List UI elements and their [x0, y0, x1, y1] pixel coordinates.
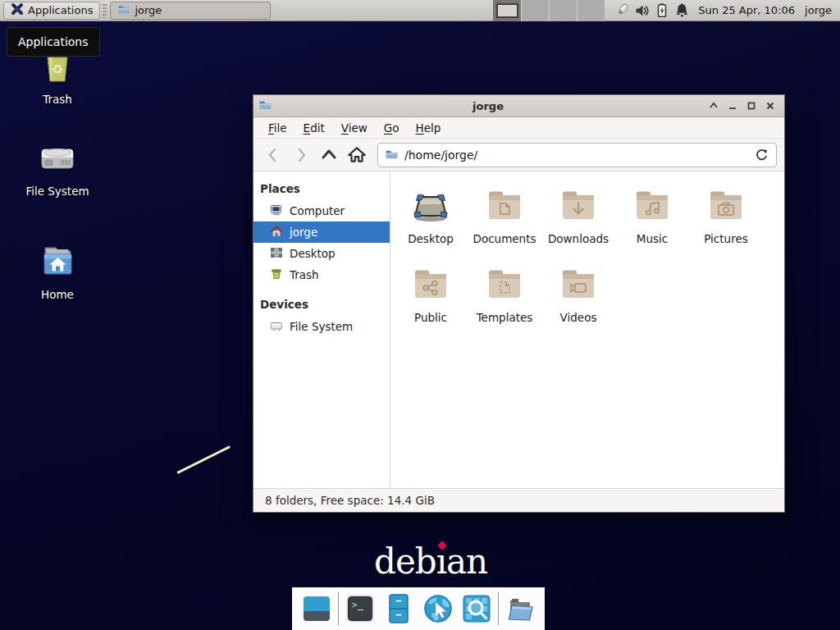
- taskbar-window-label: jorge: [135, 4, 162, 16]
- sidebar-item-jorge[interactable]: jorge: [253, 221, 390, 243]
- drive-mini-icon: [270, 319, 283, 335]
- folder-label: Public: [414, 311, 447, 324]
- username-label: jorge: [805, 4, 832, 16]
- applications-tooltip: Applications: [7, 27, 100, 57]
- notification-bell-tray-icon[interactable]: [672, 1, 692, 21]
- statusbar: 8 folders, Free space: 14.4 GiB: [253, 488, 784, 512]
- web-browser-icon[interactable]: [421, 591, 455, 626]
- terminal-icon[interactable]: > _: [343, 591, 377, 626]
- sidebar-item-computer[interactable]: Computer: [253, 200, 390, 221]
- downloads-folder-icon: [559, 180, 598, 226]
- up-button[interactable]: [317, 143, 341, 167]
- window-title: jorge: [272, 100, 704, 112]
- status-text: 8 folders, Free space: 14.4 GiB: [265, 494, 435, 507]
- folder-label: Templates: [477, 311, 533, 324]
- desktop-icon-file-system[interactable]: File System: [18, 138, 97, 198]
- battery-tray-icon[interactable]: [652, 1, 672, 21]
- dock: > _: [292, 587, 545, 630]
- menu-file[interactable]: File: [260, 118, 295, 138]
- folder-item-templates[interactable]: Templates: [468, 258, 541, 337]
- path-input[interactable]: [404, 148, 746, 162]
- window-folder-icon: [258, 98, 272, 114]
- workspace-4[interactable]: [577, 0, 605, 21]
- file-manager-window: jorge File Edit View Go Help: [253, 94, 785, 513]
- menu-go[interactable]: Go: [376, 118, 408, 138]
- workspace-2[interactable]: [521, 0, 549, 21]
- window-titlebar[interactable]: jorge: [253, 95, 784, 117]
- volume-tray-icon[interactable]: [632, 1, 652, 21]
- music-folder-icon: [632, 180, 672, 226]
- show-desktop-icon[interactable]: [299, 591, 334, 626]
- folder-item-pictures[interactable]: Pictures: [689, 180, 763, 258]
- dock-separator: [498, 592, 499, 625]
- folder-item-videos[interactable]: Videos: [541, 258, 615, 337]
- desktop-icon-home[interactable]: Home: [18, 241, 97, 301]
- minimize-button[interactable]: [723, 97, 742, 115]
- home-folder-icon: [37, 241, 78, 283]
- path-folder-icon: [385, 147, 399, 163]
- trash-label: Trash: [43, 93, 72, 106]
- folder-item-public[interactable]: Public: [394, 258, 468, 337]
- top-panel: Applications jorge: [0, 0, 840, 21]
- workspace-1-active[interactable]: [493, 0, 521, 21]
- taskbar-window-button[interactable]: jorge: [110, 2, 271, 20]
- debian-logo: debıan: [374, 541, 487, 582]
- workspace-switcher[interactable]: [493, 0, 605, 21]
- sidebar-item-desktop[interactable]: Desktop: [253, 243, 390, 264]
- desktop: Applications jorge: [0, 0, 840, 630]
- videos-folder-icon: [559, 258, 598, 305]
- hard-drive-icon: [38, 138, 77, 180]
- file-list: Desktop Documents: [390, 171, 784, 488]
- workspace-window-preview: [496, 3, 518, 18]
- applications-menu-button[interactable]: Applications: [3, 2, 100, 20]
- folder-label: Desktop: [408, 232, 454, 245]
- pictures-folder-icon: [706, 180, 746, 226]
- clock[interactable]: Sun 25 Apr, 10:06: [698, 4, 795, 16]
- desktop-line-artifact: [176, 445, 231, 474]
- dock-separator: [338, 592, 339, 625]
- file-system-label: File System: [25, 185, 89, 198]
- folder-label: Documents: [473, 232, 536, 245]
- sidebar-label-desktop: Desktop: [290, 247, 336, 260]
- svg-text:>: >: [352, 600, 358, 610]
- computer-icon: [270, 203, 283, 219]
- folder-item-downloads[interactable]: Downloads: [541, 180, 615, 258]
- home-label: Home: [41, 288, 74, 301]
- input-device-tray-icon[interactable]: [613, 1, 632, 21]
- reload-button[interactable]: [751, 145, 771, 165]
- forward-button[interactable]: [289, 143, 313, 167]
- debian-red-dot: [437, 541, 446, 550]
- panel-separator-handle[interactable]: [103, 3, 107, 18]
- folder-item-music[interactable]: Music: [615, 180, 689, 258]
- sidebar-item-file-system[interactable]: File System: [253, 316, 390, 337]
- home-button[interactable]: [345, 143, 369, 167]
- maximize-button[interactable]: [742, 97, 760, 115]
- shade-button[interactable]: [704, 97, 723, 115]
- folder-label: Videos: [560, 311, 597, 324]
- directory-menu-icon[interactable]: [503, 591, 537, 626]
- applications-menu-label: Applications: [28, 4, 93, 16]
- templates-folder-icon: [485, 258, 524, 305]
- menu-help[interactable]: Help: [408, 118, 450, 138]
- desktop-special-icon: [409, 180, 453, 226]
- sidebar-header-devices: Devices: [253, 294, 390, 316]
- back-button[interactable]: [261, 143, 285, 167]
- sidebar-item-trash[interactable]: Trash: [253, 264, 390, 285]
- close-button[interactable]: [760, 97, 779, 115]
- workspace-3[interactable]: [549, 0, 577, 21]
- trash-mini-icon: [270, 267, 283, 283]
- svg-text:♻: ♻: [52, 62, 63, 77]
- home-icon: [270, 225, 283, 240]
- file-cabinet-icon[interactable]: [381, 591, 416, 626]
- folder-item-documents[interactable]: Documents: [468, 180, 541, 258]
- folder-label: Music: [637, 232, 668, 245]
- path-bar[interactable]: [377, 143, 777, 167]
- folder-window-icon: [117, 2, 130, 18]
- sidebar-label-jorge: jorge: [290, 226, 317, 239]
- menu-edit[interactable]: Edit: [295, 118, 333, 138]
- sidebar-label-computer: Computer: [290, 204, 345, 217]
- menu-view[interactable]: View: [333, 118, 376, 138]
- sidebar-label-trash: Trash: [290, 268, 319, 281]
- application-finder-icon[interactable]: [459, 591, 494, 626]
- folder-item-desktop[interactable]: Desktop: [394, 180, 468, 258]
